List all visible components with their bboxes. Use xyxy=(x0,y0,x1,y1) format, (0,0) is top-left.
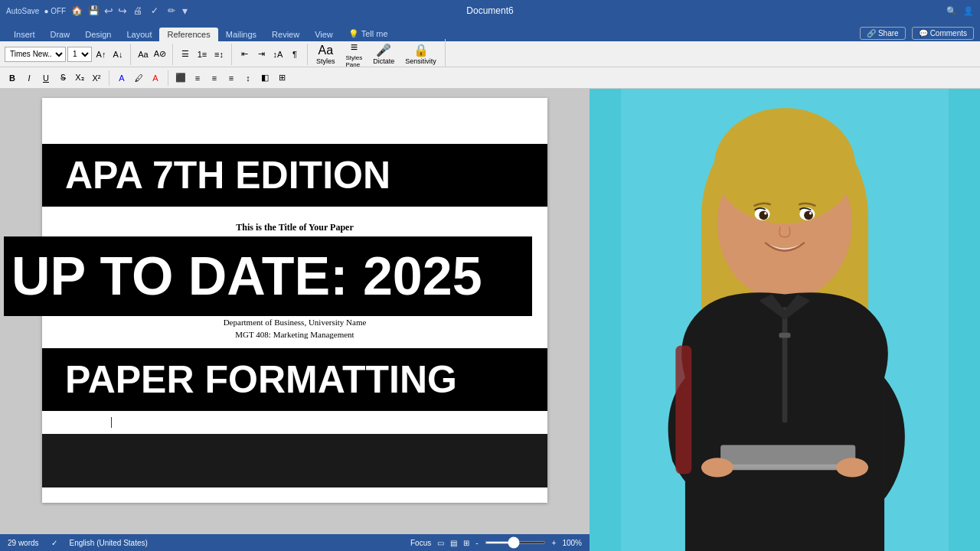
clear-formatting-btn[interactable]: A⊘ xyxy=(152,47,168,62)
bullets-btn[interactable]: ☰ xyxy=(178,47,193,62)
title-bar-left: AutoSave ● OFF 🏠 💾 ↩ ↪ 🖨 ✓ ✏ ▾ xyxy=(6,5,188,17)
bottom-dark-area xyxy=(42,434,547,487)
search-icon[interactable]: 🔍 xyxy=(946,6,957,16)
paper-title: This is the Title of Your Paper xyxy=(88,222,501,233)
sensitivity-button[interactable]: 🔒 Sensitivity xyxy=(401,41,440,67)
ribbon-actions: 🔗 Share 💬 Comments xyxy=(860,27,974,41)
view-icon-3[interactable]: ⊞ xyxy=(463,539,469,547)
dropdown-arrow[interactable]: ▾ xyxy=(182,5,188,17)
status-right: Focus ▭ ▤ ⊞ - + 100% xyxy=(410,539,582,547)
superscript-btn[interactable]: X² xyxy=(89,70,104,86)
align-left-btn[interactable]: ⬛ xyxy=(173,70,188,86)
svg-rect-16 xyxy=(720,445,855,465)
increase-indent-btn[interactable]: ⇥ xyxy=(253,47,269,62)
top-margin xyxy=(88,129,501,144)
focus-label[interactable]: Focus xyxy=(410,539,431,547)
decrease-indent-btn[interactable]: ⇤ xyxy=(237,47,252,62)
shading-btn[interactable]: ◧ xyxy=(257,70,273,86)
change-case-btn[interactable]: Aa xyxy=(136,47,151,62)
styles-group: Aa Styles ≡ StylesPane 🎤 Dictate 🔒 Sensi… xyxy=(312,39,446,70)
account-icon[interactable]: 👤 xyxy=(963,6,974,16)
tab-mailings[interactable]: Mailings xyxy=(218,28,264,41)
redo-icon[interactable]: ↪ xyxy=(118,5,127,17)
undo-icon[interactable]: ↩ xyxy=(104,5,113,17)
pencil-icon[interactable]: ✏ xyxy=(165,5,178,17)
align-justify-btn[interactable]: ≡ xyxy=(224,70,239,86)
underline-button[interactable]: U xyxy=(38,70,54,86)
svg-point-9 xyxy=(804,210,813,220)
svg-point-10 xyxy=(764,212,766,214)
decrease-font-btn[interactable]: A↓ xyxy=(110,47,126,62)
autosave-toggle[interactable]: ● OFF xyxy=(44,7,66,15)
font-name-select[interactable]: Times New... xyxy=(5,47,66,62)
sensitivity-icon: 🔒 xyxy=(413,43,429,57)
text-cursor xyxy=(111,417,112,428)
styles-button[interactable]: Aa Styles xyxy=(312,42,339,67)
svg-rect-14 xyxy=(779,333,790,338)
view-icon-1[interactable]: ▭ xyxy=(437,539,444,547)
styles-pane-icon: ≡ xyxy=(351,41,358,54)
main-area: APA 7TH EDITION This is the Title of You… xyxy=(0,89,980,551)
border-btn[interactable]: ⊞ xyxy=(274,70,289,86)
font-size-select[interactable]: 12 xyxy=(67,47,92,62)
ribbon-toolbar: Times New... 12 A↑ A↓ Aa A⊘ ☰ 1≡ ≡↕ ⇤ ⇥ … xyxy=(0,41,980,67)
svg-rect-13 xyxy=(782,307,788,422)
svg-point-5 xyxy=(714,108,856,223)
dictate-button[interactable]: 🎤 Dictate xyxy=(369,41,398,67)
zoom-in-icon[interactable]: + xyxy=(552,539,557,547)
paper-dept: Department of Business, University Name xyxy=(88,318,501,327)
document-title: Document6 xyxy=(466,5,513,16)
cursor-area xyxy=(88,417,501,428)
svg-rect-20 xyxy=(675,346,691,474)
title-bar-right: 🔍 👤 xyxy=(946,6,974,16)
font-color-btn[interactable]: A xyxy=(148,70,163,86)
doc-area: APA 7TH EDITION This is the Title of You… xyxy=(0,89,590,551)
subscript-btn[interactable]: X₂ xyxy=(72,70,87,86)
home-icon[interactable]: 🏠 xyxy=(70,5,83,17)
svg-point-11 xyxy=(809,212,812,214)
tab-references[interactable]: References xyxy=(159,28,217,41)
banner-uptodate: UP TO DATE: 2025 xyxy=(4,236,532,316)
zoom-slider[interactable] xyxy=(485,541,546,544)
separator-1 xyxy=(109,70,109,86)
spell-check-icon: ✓ xyxy=(51,539,57,547)
microphone-icon: 🎤 xyxy=(376,43,391,57)
font-group: Times New... 12 A↑ A↓ xyxy=(5,44,131,65)
view-icon-2[interactable]: ▤ xyxy=(450,539,457,547)
separator-2 xyxy=(168,70,168,86)
strikethrough-btn[interactable]: S̶ xyxy=(55,70,70,86)
numbered-list-btn[interactable]: 1≡ xyxy=(194,47,210,62)
multilevel-list-btn[interactable]: ≡↕ xyxy=(211,47,227,62)
tab-insert[interactable]: Insert xyxy=(6,28,43,41)
check-icon[interactable]: ✓ xyxy=(149,5,161,17)
line-spacing-btn[interactable]: ↕ xyxy=(240,70,256,86)
text-color-btn[interactable]: A xyxy=(114,70,129,86)
svg-point-19 xyxy=(836,458,868,477)
tab-draw[interactable]: Draw xyxy=(43,28,78,41)
increase-font-btn[interactable]: A↑ xyxy=(93,47,109,62)
save-icon[interactable]: 💾 xyxy=(87,5,100,17)
zoom-out-icon[interactable]: - xyxy=(475,539,478,547)
tab-layout[interactable]: Layout xyxy=(119,28,159,41)
share-button[interactable]: 🔗 Share xyxy=(860,27,906,40)
comments-button[interactable]: 💬 Comments xyxy=(912,27,974,40)
highlight-btn[interactable]: 🖊 xyxy=(131,70,146,86)
show-marks-btn[interactable]: ¶ xyxy=(287,47,302,62)
print-icon[interactable]: 🖨 xyxy=(132,5,144,17)
tab-design[interactable]: Design xyxy=(77,28,119,41)
doc-scroll[interactable]: APA 7TH EDITION This is the Title of You… xyxy=(0,89,590,534)
align-right-btn[interactable]: ≡ xyxy=(207,70,222,86)
title-bar: AutoSave ● OFF 🏠 💾 ↩ ↪ 🖨 ✓ ✏ ▾ Document6… xyxy=(0,0,980,21)
indent-group: ⇤ ⇥ ↕A ¶ xyxy=(237,44,308,65)
italic-button[interactable]: I xyxy=(21,70,37,86)
styles-pane-button[interactable]: ≡ StylesPane xyxy=(342,39,367,70)
person-area xyxy=(590,89,980,551)
banner-apa: APA 7TH EDITION xyxy=(42,144,547,207)
language: English (United States) xyxy=(70,539,148,547)
sort-btn[interactable]: ↕A xyxy=(270,47,286,62)
person-illustration xyxy=(590,89,980,551)
align-center-btn[interactable]: ≡ xyxy=(190,70,205,86)
bold-button[interactable]: B xyxy=(5,70,20,86)
doc-page[interactable]: APA 7TH EDITION This is the Title of You… xyxy=(42,98,547,503)
tab-review[interactable]: Review xyxy=(264,28,307,41)
